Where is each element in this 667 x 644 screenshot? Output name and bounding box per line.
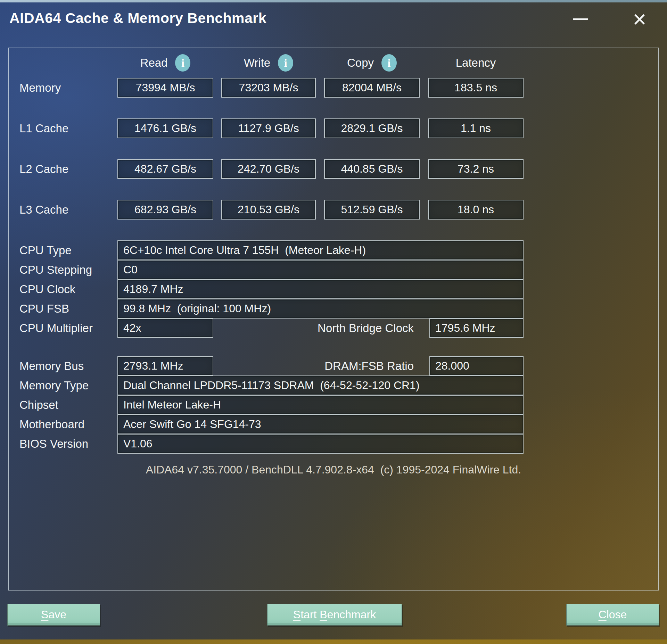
save-button[interactable]: Save <box>7 604 100 626</box>
memory-write-value: 73203 MB/s <box>221 78 316 98</box>
start-benchmark-button[interactable]: Start Benchmark <box>267 604 402 626</box>
cpu-fsb-value: 99.8 MHz (original: 100 MHz) <box>117 299 524 319</box>
start-button-accel-2: B <box>320 608 327 621</box>
memory-latency-value: 183.5 ns <box>428 78 524 98</box>
l2-read-value: 482.67 GB/s <box>117 159 213 179</box>
copy-column-label: Copy <box>347 56 374 69</box>
window-title: AIDA64 Cache & Memory Benchmark <box>9 10 266 26</box>
cpu-stepping-label: CPU Stepping <box>19 260 92 280</box>
l2-write-value: 242.70 GB/s <box>221 159 316 179</box>
cpu-fsb-label: CPU FSB <box>19 299 69 319</box>
memory-type-label: Memory Type <box>19 375 89 395</box>
motherboard-value: Acer Swift Go 14 SFG14-73 <box>117 414 524 434</box>
l3-write-value: 210.53 GB/s <box>221 200 316 220</box>
memory-type-value: Dual Channel LPDDR5-11173 SDRAM (64-52-5… <box>117 375 524 395</box>
cpu-multiplier-value: 42x <box>117 318 213 338</box>
window-top-edge <box>0 0 667 2</box>
latency-column-label: Latency <box>456 56 496 69</box>
memory-copy-value: 82004 MB/s <box>324 78 420 98</box>
cpu-clock-label: CPU Clock <box>19 279 75 299</box>
l1-copy-value: 2829.1 GB/s <box>324 118 420 138</box>
l2-latency-value: 73.2 ns <box>428 159 524 179</box>
l1-read-value: 1476.1 GB/s <box>117 118 213 138</box>
l1-write-value: 1127.9 GB/s <box>221 118 316 138</box>
cpu-type-value: 6C+10c Intel Core Ultra 7 155H (Meteor L… <box>117 240 524 260</box>
l1-latency-value: 1.1 ns <box>428 118 524 138</box>
start-button-label-2: enchmark <box>327 608 376 621</box>
column-header-latency: Latency <box>428 53 524 73</box>
close-button-accel: C <box>599 608 607 621</box>
close-window-button[interactable]: × <box>620 2 659 36</box>
l3-copy-value: 512.59 GB/s <box>324 200 420 220</box>
copy-info-icon[interactable]: i <box>381 54 397 72</box>
row-label-memory: Memory <box>19 78 61 98</box>
motherboard-label: Motherboard <box>19 414 84 434</box>
chipset-value: Intel Meteor Lake-H <box>117 395 524 415</box>
save-button-accel: S <box>41 608 48 621</box>
content-panel: Read i Write i Copy i Latency Memory 739… <box>8 48 659 591</box>
start-button-accel-1: S <box>293 608 300 621</box>
dram-fsb-ratio-label: DRAM:FSB Ratio <box>252 356 414 376</box>
close-button[interactable]: Close <box>566 604 659 626</box>
dram-fsb-ratio-value: 28.000 <box>429 356 524 376</box>
bios-version-value: V1.06 <box>117 434 524 454</box>
chipset-label: Chipset <box>19 395 58 415</box>
bios-version-label: BIOS Version <box>19 434 88 454</box>
write-column-label: Write <box>244 56 270 69</box>
l2-copy-value: 440.85 GB/s <box>324 159 420 179</box>
version-footer: AIDA64 v7.35.7000 / BenchDLL 4.7.902.8-x… <box>9 463 658 476</box>
cpu-type-label: CPU Type <box>19 240 72 260</box>
north-bridge-clock-label: North Bridge Clock <box>252 318 414 338</box>
l3-latency-value: 18.0 ns <box>428 200 524 220</box>
read-info-icon[interactable]: i <box>175 54 190 72</box>
l3-read-value: 682.93 GB/s <box>117 200 213 220</box>
north-bridge-clock-value: 1795.6 MHz <box>429 318 524 338</box>
cpu-clock-value: 4189.7 MHz <box>117 279 524 299</box>
row-label-l1-cache: L1 Cache <box>19 118 68 138</box>
save-button-label: ave <box>48 608 66 621</box>
minimize-icon <box>573 18 588 20</box>
memory-bus-label: Memory Bus <box>19 356 84 376</box>
cpu-stepping-value: C0 <box>117 260 524 280</box>
start-button-label-1: tart <box>300 608 320 621</box>
row-label-l3-cache: L3 Cache <box>19 200 68 220</box>
read-column-label: Read <box>140 56 168 69</box>
column-header-write: Write i <box>221 53 316 73</box>
titlebar: AIDA64 Cache & Memory Benchmark × <box>0 2 667 36</box>
close-icon: × <box>633 8 647 31</box>
column-header-copy: Copy i <box>324 53 420 73</box>
minimize-button[interactable] <box>561 2 600 36</box>
window-bottom-edge <box>0 639 667 644</box>
write-info-icon[interactable]: i <box>278 54 293 72</box>
cpu-multiplier-label: CPU Multiplier <box>19 318 93 338</box>
memory-bus-value: 2793.1 MHz <box>117 356 213 376</box>
close-button-label: lose <box>607 608 627 621</box>
column-header-read: Read i <box>117 53 213 73</box>
row-label-l2-cache: L2 Cache <box>19 159 68 179</box>
memory-read-value: 73994 MB/s <box>117 78 213 98</box>
